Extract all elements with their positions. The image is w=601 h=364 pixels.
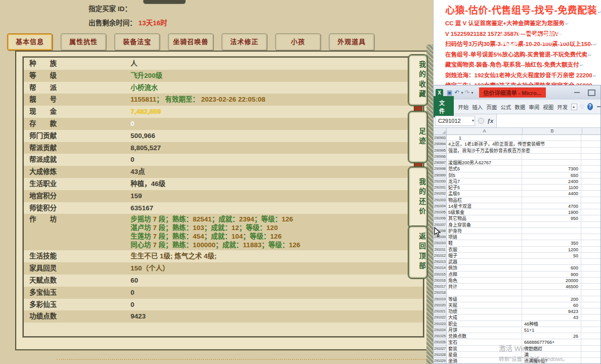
sheet-cell[interactable]	[581, 278, 600, 284]
sheet-cell[interactable]: 套装	[447, 346, 522, 352]
help-icon[interactable]: ?	[587, 103, 593, 110]
row-header[interactable]: 290993	[434, 135, 447, 141]
row-header[interactable]: 291005	[434, 209, 447, 215]
sheet-cell[interactable]	[522, 228, 581, 234]
undo-icon[interactable]: ↶	[454, 89, 459, 96]
sheet-cell[interactable]	[522, 154, 581, 160]
row-header[interactable]: 291021	[434, 308, 447, 314]
heart-icon[interactable]: ♡	[580, 104, 585, 110]
sheet-cell[interactable]: 4700	[522, 203, 581, 209]
tab-法术修正[interactable]: 法术修正	[222, 33, 267, 51]
sheet-cell[interactable]: 角色	[447, 278, 522, 284]
sheet-cell[interactable]	[522, 222, 581, 228]
sheet-cell[interactable]: 1	[447, 135, 522, 141]
sheet-cell[interactable]: 43	[522, 314, 581, 321]
row-header[interactable]: 291019	[434, 296, 447, 302]
sheet-cell[interactable]: 650	[522, 172, 581, 178]
sheet-cell[interactable]: 护身符	[447, 228, 522, 234]
row-header[interactable]: 291025	[434, 333, 447, 339]
sheet-cell[interactable]: 5级紫金	[447, 209, 522, 215]
cancel-entry-icon[interactable]	[478, 118, 484, 124]
sheet-cell[interactable]	[581, 265, 600, 271]
sheet-cell[interactable]: 职业	[447, 321, 522, 327]
row-header[interactable]: 291002	[434, 191, 447, 197]
sheet-cell[interactable]: 600	[522, 265, 581, 271]
sheet-cell[interactable]	[522, 160, 581, 166]
sheet-cell[interactable]	[581, 346, 600, 352]
row-header[interactable]: 291028	[434, 352, 447, 358]
sheet-cell[interactable]: 坐骑	[447, 358, 522, 364]
sheet-cell[interactable]	[447, 154, 522, 160]
column-header-b[interactable]: B	[523, 128, 582, 134]
ribbon-expand-icon[interactable]: ▸	[571, 104, 577, 110]
save-icon[interactable]: ▣	[447, 89, 452, 96]
sheet-cell[interactable]	[581, 209, 600, 215]
sheet-cell[interactable]	[522, 197, 581, 203]
row-header[interactable]: 291024	[434, 327, 447, 333]
sheet-cell[interactable]	[581, 333, 600, 339]
sheet-cell[interactable]	[581, 327, 600, 333]
row-header[interactable]: 291012	[434, 253, 447, 259]
row-header[interactable]: 291011	[434, 247, 447, 253]
sheet-cell[interactable]: 1100	[522, 185, 581, 191]
sheet-cell[interactable]: 7300	[522, 166, 581, 172]
sheet-cell[interactable]: 4400	[522, 191, 581, 197]
row-header[interactable]: 290998	[434, 166, 447, 172]
sheet-cell[interactable]	[581, 228, 600, 234]
ribbon-tab-开始[interactable]: 开始	[456, 103, 470, 111]
sheet-cell[interactable]: 350	[522, 240, 581, 246]
sheet-cell[interactable]: 51+1	[522, 327, 581, 333]
tab-坐骑召唤兽[interactable]: 坐骑召唤兽	[168, 33, 213, 51]
sheet-cell[interactable]: 妃子5	[447, 185, 522, 191]
sheet-cell[interactable]: 星盘	[447, 352, 522, 358]
row-header[interactable]: 291000	[434, 178, 447, 185]
sheet-cell[interactable]: 4上区，1老1新孩子，4阶正晋混，传世套装细节	[447, 141, 522, 147]
row-header[interactable]: 291001	[434, 185, 447, 191]
row-header[interactable]: 291023	[434, 321, 447, 327]
row-header[interactable]: 291022	[434, 314, 447, 321]
sheet-cell[interactable]	[522, 135, 581, 141]
sheet-cell[interactable]	[581, 166, 600, 172]
ribbon-tab-数据[interactable]: 数据	[513, 103, 527, 111]
row-header[interactable]: 290999	[434, 172, 447, 178]
side-tab-我的收藏[interactable]: 我的收藏	[408, 55, 427, 106]
formula-input[interactable]	[496, 114, 600, 127]
tab-外观道具[interactable]: 外观道具	[329, 33, 374, 51]
file-tab[interactable]: 文件	[434, 96, 454, 117]
ribbon-tab-页面[interactable]: 页面	[485, 103, 499, 111]
sheet-cell[interactable]: 950	[522, 215, 581, 221]
sheet-cell[interactable]: 范式6	[447, 166, 522, 172]
sheet-cell[interactable]	[581, 148, 600, 154]
sheet-cell[interactable]: 900	[522, 271, 581, 278]
sheet-cell[interactable]: 兑换点数	[447, 333, 522, 339]
row-header[interactable]: 291004	[434, 203, 447, 209]
qat-more-icon[interactable]: ▾	[471, 90, 473, 95]
ribbon-tab-插入[interactable]: 插入	[470, 103, 485, 111]
sheet-cell[interactable]	[581, 240, 600, 246]
sheet-cell[interactable]: 50	[522, 253, 581, 259]
maximize-icon[interactable]	[588, 89, 595, 96]
row-header[interactable]: 291027	[434, 346, 447, 352]
sheet-cell[interactable]: 龙马7	[447, 178, 522, 185]
row-header[interactable]: 291003	[434, 197, 447, 203]
side-tab-返回顶部[interactable]: 返回顶部	[408, 226, 427, 279]
sheet-cell[interactable]	[581, 321, 600, 327]
ribbon-tab-开发[interactable]: 开发	[555, 103, 570, 111]
sheet-cell[interactable]: 天赋	[447, 302, 522, 308]
sheet-cell[interactable]: 9423	[522, 308, 581, 314]
sheet-cell[interactable]	[581, 135, 600, 141]
sheet-cell[interactable]	[581, 185, 600, 191]
undo-dropdown-icon[interactable]: ▾	[461, 90, 463, 95]
sheet-cell[interactable]: 传世燃灯	[522, 346, 581, 352]
row-header[interactable]: 290994	[434, 141, 447, 147]
sheet-cell[interactable]	[581, 259, 600, 265]
row-header[interactable]: 290995	[434, 148, 447, 154]
sheet-cell[interactable]: 200	[522, 296, 581, 302]
sheet-cell[interactable]	[581, 271, 600, 278]
sheet-cell[interactable]: 月饼	[447, 327, 522, 333]
sheet-cell[interactable]	[581, 308, 600, 314]
sheet-cell[interactable]: 鞋	[447, 240, 522, 246]
sheet-cell[interactable]	[581, 215, 600, 221]
sheet-cell[interactable]	[581, 358, 600, 364]
row-header[interactable]: 291007	[434, 222, 447, 228]
